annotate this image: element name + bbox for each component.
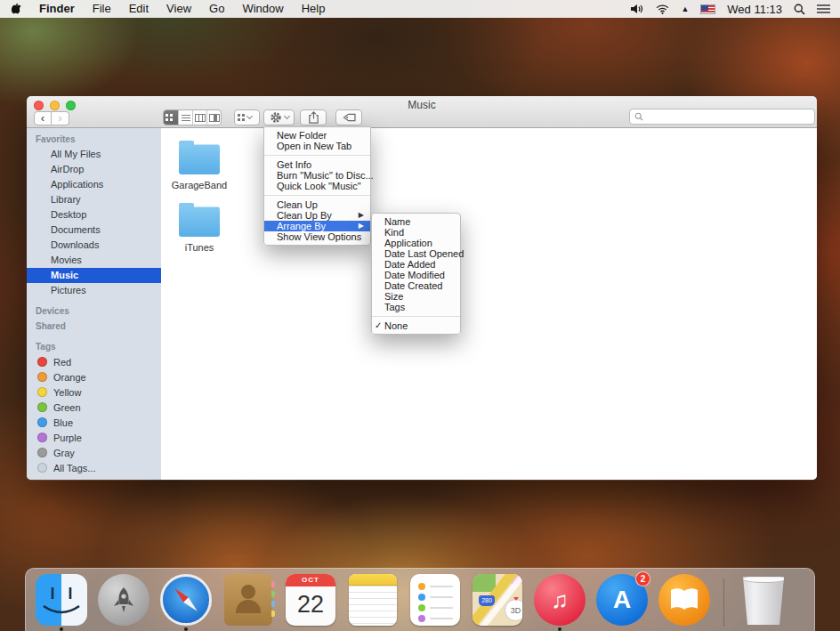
dock-maps-icon[interactable]: 280 3D: [472, 574, 523, 626]
dock-reminders-icon[interactable]: [409, 574, 461, 626]
wifi-icon[interactable]: [656, 4, 669, 14]
grid-icon: [166, 114, 168, 117]
list-view-button[interactable]: [178, 110, 192, 125]
menu-help[interactable]: Help: [293, 0, 335, 18]
action-gear-button[interactable]: [263, 109, 295, 125]
folder-garageband[interactable]: GarageBand: [166, 137, 233, 190]
submenu-arrow-icon: ▶: [359, 210, 364, 221]
spotlight-icon[interactable]: [794, 4, 805, 15]
menu-finder[interactable]: Finder: [30, 0, 84, 18]
submenu-item-date-last-opened[interactable]: Date Last Opened: [372, 248, 460, 259]
dock-ibooks-icon[interactable]: [658, 574, 710, 626]
menu-file[interactable]: File: [84, 0, 120, 18]
sidebar-item-music[interactable]: Music: [27, 268, 161, 283]
sidebar-tag-yellow[interactable]: Yellow: [27, 384, 161, 400]
menu-item-open-in-new-tab[interactable]: Open in New Tab: [264, 141, 370, 151]
sidebar-item-desktop[interactable]: Desktop: [27, 207, 161, 222]
zoom-button[interactable]: [66, 101, 76, 110]
menu-item-burn-to-disc[interactable]: Burn "Music" to Disc...: [264, 170, 370, 181]
menu-item-new-folder[interactable]: New Folder: [264, 130, 370, 141]
sidebar-tag-orange[interactable]: Orange: [27, 369, 161, 384]
arrange-button[interactable]: [234, 109, 260, 125]
menu-edit[interactable]: Edit: [120, 0, 158, 18]
back-button[interactable]: ‹: [34, 111, 52, 125]
arrange-by-submenu: Name Kind Application Date Last Opened D…: [371, 213, 461, 335]
apple-menu-icon[interactable]: [10, 3, 30, 16]
submenu-item-date-added[interactable]: Date Added: [372, 259, 460, 270]
menu-go[interactable]: Go: [200, 0, 233, 18]
sidebar-tag-red[interactable]: Red: [27, 354, 161, 369]
tag-label: Orange: [53, 372, 86, 383]
menu-view[interactable]: View: [158, 0, 200, 18]
tag-dot-orange-icon: [37, 372, 47, 382]
submenu-item-date-created[interactable]: Date Created: [372, 280, 460, 291]
dock-notes-icon[interactable]: [347, 574, 399, 626]
dock-launchpad-icon[interactable]: [98, 574, 149, 626]
menu-item-arrange-by[interactable]: Arrange By▶: [264, 221, 370, 231]
submenu-item-kind[interactable]: Kind: [372, 227, 460, 238]
folder-itunes[interactable]: iTunes: [166, 199, 233, 253]
submenu-item-date-modified[interactable]: Date Modified: [372, 270, 460, 280]
submenu-item-tags[interactable]: Tags: [372, 302, 460, 312]
tag-label: Purple: [53, 433, 82, 443]
coverflow-view-button[interactable]: [206, 110, 221, 125]
menu-item-get-info[interactable]: Get Info: [264, 159, 370, 170]
column-view-button[interactable]: [192, 110, 206, 125]
traffic-lights: [34, 101, 76, 110]
submenu-item-application[interactable]: Application: [372, 238, 460, 248]
tag-label: Gray: [53, 448, 75, 458]
share-button[interactable]: [300, 109, 327, 125]
sidebar-tag-all-tags[interactable]: All Tags...: [27, 460, 161, 475]
running-indicator: [558, 627, 561, 631]
menu-bar-clock[interactable]: Wed 11:13: [727, 3, 782, 16]
sidebar-item-documents[interactable]: Documents: [27, 222, 161, 238]
sidebar-item-movies[interactable]: Movies: [27, 253, 161, 268]
menu-item-quick-look[interactable]: Quick Look "Music": [264, 181, 370, 191]
status-triangle-icon[interactable]: ▲: [681, 4, 689, 13]
running-indicator: [60, 627, 63, 631]
sidebar-item-library[interactable]: Library: [27, 192, 161, 207]
close-button[interactable]: [34, 101, 44, 110]
sidebar-tag-gray[interactable]: Gray: [27, 445, 161, 460]
menu-window[interactable]: Window: [233, 0, 292, 18]
input-source-flag-icon[interactable]: [700, 4, 715, 14]
maps-3d-badge: 3D: [505, 599, 522, 621]
action-menu: New Folder Open in New Tab Get Info Burn…: [263, 126, 371, 246]
tags-button[interactable]: [335, 109, 362, 125]
dock-calendar-icon[interactable]: OCT 22: [285, 574, 336, 626]
file-area[interactable]: GarageBand iTunes: [161, 128, 817, 480]
view-switcher: [163, 109, 222, 125]
volume-icon[interactable]: [631, 4, 644, 14]
search-field[interactable]: [629, 109, 815, 125]
menu-item-show-view-options[interactable]: Show View Options: [264, 231, 370, 242]
menu-item-clean-up[interactable]: Clean Up: [264, 199, 370, 210]
dock-finder-icon[interactable]: [36, 574, 87, 626]
dock-trash-icon[interactable]: [738, 574, 789, 626]
sidebar-item-pictures[interactable]: Pictures: [27, 283, 161, 298]
sidebar-tag-green[interactable]: Green: [27, 400, 161, 415]
dock-contacts-icon[interactable]: [222, 574, 274, 626]
sidebar-item-applications[interactable]: Applications: [27, 177, 161, 192]
arrange-grid-icon: [238, 114, 240, 117]
sidebar-tag-blue[interactable]: Blue: [27, 415, 161, 430]
sidebar-item-downloads[interactable]: Downloads: [27, 238, 161, 253]
app-store-badge: 2: [635, 571, 650, 587]
submenu-item-size[interactable]: Size: [372, 291, 460, 302]
dock-app-store-icon[interactable]: A 2: [596, 574, 648, 626]
dock-itunes-icon[interactable]: ♫: [534, 574, 586, 626]
menu-item-clean-up-by[interactable]: Clean Up By▶: [264, 210, 370, 221]
forward-button[interactable]: ›: [52, 111, 69, 125]
tag-icon: [343, 112, 356, 123]
sidebar-tag-purple[interactable]: Purple: [27, 430, 161, 445]
search-input[interactable]: [647, 111, 810, 122]
notification-center-icon[interactable]: [817, 4, 830, 14]
sidebar-item-all-my-files[interactable]: All My Files: [27, 147, 161, 162]
minimize-button[interactable]: [50, 101, 60, 110]
icon-view-button[interactable]: [164, 110, 178, 125]
dock-safari-icon[interactable]: [160, 574, 212, 626]
submenu-item-none[interactable]: ✓ None: [372, 320, 460, 331]
sidebar-item-airdrop[interactable]: AirDrop: [27, 162, 161, 177]
submenu-item-name[interactable]: Name: [372, 216, 460, 227]
folder-label: GarageBand: [166, 180, 233, 190]
tag-dot-gray-icon: [37, 448, 47, 457]
